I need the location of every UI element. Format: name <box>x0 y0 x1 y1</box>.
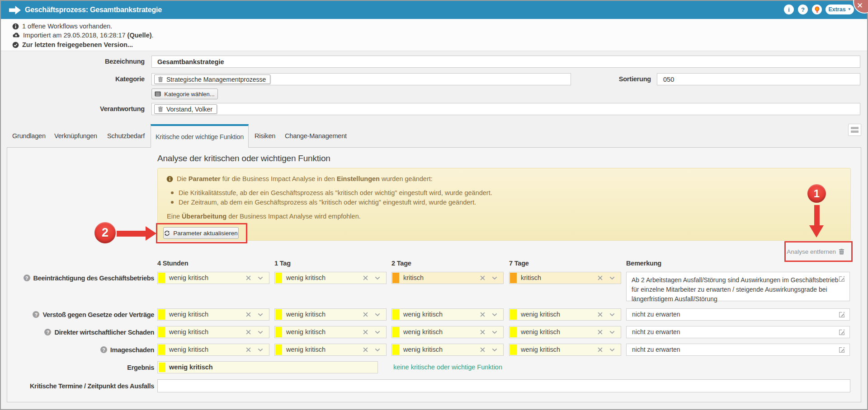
bemerkung-field[interactable]: Ab 2 Arbeitstagen Ausfall/Störung sind A… <box>626 272 850 301</box>
question-circle-icon[interactable]: ? <box>33 311 39 318</box>
edit-icon[interactable] <box>839 311 845 318</box>
criticality-select[interactable]: wenig kritisch <box>509 308 621 321</box>
info-button[interactable]: i <box>784 5 794 14</box>
verantwortung-field[interactable]: Vorstand, Volker <box>151 103 860 115</box>
chevron-down-icon[interactable] <box>492 276 497 280</box>
criticality-select[interactable]: wenig kritisch <box>274 272 387 284</box>
clear-icon[interactable] <box>363 347 368 352</box>
criticality-select[interactable]: wenig kritisch <box>157 272 269 284</box>
clear-icon[interactable] <box>598 312 603 317</box>
chevron-down-icon[interactable] <box>375 313 380 317</box>
annotation-arrowhead <box>146 226 156 241</box>
tab-change-management[interactable]: Change-Management <box>285 131 347 141</box>
criticality-select[interactable]: wenig kritisch <box>274 308 387 321</box>
criticality-select[interactable]: wenig kritisch <box>157 344 269 356</box>
criticality-select[interactable]: kritisch <box>509 272 621 284</box>
tab-kritische-funktion[interactable]: Kritische oder wichtige Funktion <box>151 124 249 148</box>
chevron-down-icon[interactable] <box>609 348 615 352</box>
clear-icon[interactable] <box>480 347 485 352</box>
chevron-down-icon[interactable] <box>258 313 263 317</box>
help-button[interactable]: ? <box>798 5 808 14</box>
annotation-box-update-button <box>156 223 247 243</box>
bemerkung-field[interactable]: nicht zu erwarten <box>626 344 850 356</box>
close-icon[interactable]: ✕ <box>857 1 863 10</box>
criticality-color-chip <box>275 345 282 355</box>
chevron-down-icon[interactable] <box>258 276 263 280</box>
kritische-termine-input[interactable] <box>157 379 850 392</box>
workflow-status-text: 1 offene Workflows vorhanden. <box>22 23 112 30</box>
source-link[interactable]: (Quelle) <box>127 32 152 39</box>
chevron-down-icon[interactable] <box>258 331 263 334</box>
clear-icon[interactable] <box>363 330 368 335</box>
bars-icon <box>851 127 859 129</box>
question-circle-icon[interactable]: ? <box>100 346 107 353</box>
clear-icon[interactable] <box>363 312 368 317</box>
clear-icon[interactable] <box>598 330 603 335</box>
clear-icon[interactable] <box>598 275 603 280</box>
criticality-select[interactable]: wenig kritisch <box>509 344 621 356</box>
clear-icon[interactable] <box>598 347 603 352</box>
kategorie-chip[interactable]: Strategische Managementprozesse <box>154 75 270 84</box>
criticality-color-chip <box>392 273 399 283</box>
version-link-text: Zur letzten freigegebenen Version... <box>22 41 133 48</box>
criticality-color-chip <box>392 309 399 320</box>
chevron-down-icon[interactable] <box>375 348 380 352</box>
chevron-down-icon[interactable] <box>492 348 497 352</box>
verantwortung-chip[interactable]: Vorstand, Volker <box>154 104 217 114</box>
tab-verknuepfungen[interactable]: Verknüpfungen <box>54 131 97 141</box>
criticality-select[interactable]: wenig kritisch <box>157 326 269 338</box>
criticality-select[interactable]: wenig kritisch <box>274 344 387 356</box>
criticality-select[interactable]: wenig kritisch <box>392 308 504 321</box>
bemerkung-field[interactable]: nicht zu erwarten <box>626 308 850 321</box>
clear-icon[interactable] <box>480 275 485 280</box>
cloud-download-icon <box>12 32 20 38</box>
edit-icon[interactable] <box>839 275 845 282</box>
annotation-box-remove-link <box>784 241 853 262</box>
annotation-arrow-right <box>117 231 146 237</box>
clear-icon[interactable] <box>363 275 368 280</box>
layout-toggle-button[interactable] <box>848 124 861 136</box>
chevron-down-icon[interactable] <box>375 331 380 334</box>
chevron-down-icon[interactable] <box>375 276 380 280</box>
version-link-line[interactable]: Zur letzten freigegebenen Version... <box>12 40 133 49</box>
question-circle-icon[interactable]: ? <box>44 329 51 335</box>
criticality-select[interactable]: kritisch <box>392 272 504 284</box>
clear-icon[interactable] <box>480 312 485 317</box>
clear-icon[interactable] <box>246 312 251 317</box>
hint-button[interactable] <box>812 5 822 14</box>
criticality-select[interactable]: wenig kritisch <box>157 308 269 321</box>
criticality-select[interactable]: wenig kritisch <box>392 326 504 338</box>
edit-icon[interactable] <box>839 329 845 335</box>
clear-icon[interactable] <box>246 347 251 352</box>
criticality-select[interactable]: wenig kritisch <box>509 326 621 338</box>
alert-intro-text: Die Parameter für die Business Impact An… <box>177 174 433 183</box>
bemerkung-field[interactable]: nicht zu erwarten <box>626 326 850 338</box>
bezeichnung-input[interactable] <box>151 56 860 68</box>
tab-schutzbedarf[interactable]: Schutzbedarf <box>107 131 145 141</box>
chevron-down-icon[interactable] <box>258 348 263 352</box>
trash-icon[interactable] <box>158 106 163 112</box>
tab-grundlagen[interactable]: Grundlagen <box>12 131 46 141</box>
criticality-select[interactable]: wenig kritisch <box>274 326 387 338</box>
chevron-down-icon[interactable] <box>492 331 497 334</box>
criticality-color-chip <box>158 273 165 283</box>
caret-down-icon: ▼ <box>848 8 851 11</box>
clear-icon[interactable] <box>480 330 485 335</box>
clear-icon[interactable] <box>246 330 251 335</box>
bullet-icon <box>171 201 174 204</box>
question-circle-icon[interactable]: ? <box>24 275 30 281</box>
tab-risiken[interactable]: Risiken <box>255 131 275 141</box>
extras-menu-button[interactable]: Extras▼ <box>826 5 854 14</box>
criticality-color-chip <box>275 273 282 283</box>
chevron-down-icon[interactable] <box>609 331 615 334</box>
chevron-down-icon[interactable] <box>609 276 615 280</box>
trash-icon[interactable] <box>158 76 163 82</box>
criticality-select[interactable]: wenig kritisch <box>392 344 504 356</box>
edit-icon[interactable] <box>839 346 845 353</box>
chevron-down-icon[interactable] <box>492 313 497 317</box>
kategorie-waehlen-button[interactable]: Kategorie wählen... <box>151 89 218 99</box>
clear-icon[interactable] <box>246 275 251 280</box>
sortierung-input[interactable] <box>657 73 860 85</box>
kategorie-field[interactable]: Strategische Managementprozesse <box>151 73 571 85</box>
chevron-down-icon[interactable] <box>609 313 615 317</box>
